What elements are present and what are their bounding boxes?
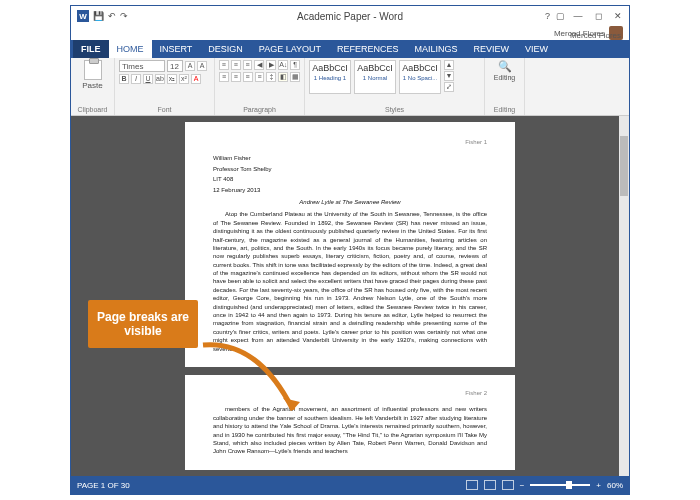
numbering-icon[interactable]: ≡ [231,60,241,70]
doc-date: 12 February 2013 [213,186,487,194]
indent-inc-icon[interactable]: ▶ [266,60,276,70]
bold-button[interactable]: B [119,74,129,84]
document-area[interactable]: Fisher 1 William Fisher Professor Tom Sh… [71,116,629,476]
grow-font-icon[interactable]: A [185,61,195,71]
indent-dec-icon[interactable]: ◀ [254,60,264,70]
doc-title: Andrew Lytle at The Sewanee Review [213,198,487,206]
web-layout-icon[interactable] [502,480,514,490]
zoom-slider[interactable] [530,484,590,486]
line-spacing-icon[interactable]: ‡ [266,72,276,82]
tab-file[interactable]: FILE [73,40,109,58]
doc-course: LIT 408 [213,175,487,183]
statusbar: PAGE 1 OF 30 − + 60% [71,476,629,494]
find-icon[interactable]: 🔍 [498,60,512,73]
doc-professor: Professor Tom Shelby [213,165,487,173]
tab-design[interactable]: DESIGN [200,40,251,58]
style-normal[interactable]: AaBbCcI 1 Normal [354,60,396,94]
editing-group-label: Editing [489,106,520,113]
multilevel-icon[interactable]: ≡ [243,60,253,70]
shading-icon[interactable]: ◧ [278,72,288,82]
qat-undo-icon[interactable]: ↶ [108,11,116,21]
tab-references[interactable]: REFERENCES [329,40,407,58]
close-button[interactable]: ✕ [611,11,625,21]
user-name[interactable]: Merced Flores [570,31,621,40]
page1-header: Fisher 1 [213,138,487,146]
ribbon: Paste Clipboard Times 12 A A B I U ab x₂… [71,58,629,116]
zoom-thumb[interactable] [566,481,572,489]
styles-down-icon[interactable]: ▼ [444,71,454,81]
font-group-label: Font [119,106,210,113]
sup-button[interactable]: x² [179,74,189,84]
annotation-arrow-icon [198,330,318,440]
ribbon-options-icon[interactable]: ▢ [556,11,565,21]
minimize-button[interactable]: — [571,11,585,21]
borders-icon[interactable]: ▦ [290,72,300,82]
clipboard-group: Paste Clipboard [71,58,115,115]
justify-icon[interactable]: ≡ [255,72,265,82]
italic-button[interactable]: I [131,74,141,84]
font-color-button[interactable]: A [191,74,201,84]
tab-page-layout[interactable]: PAGE LAYOUT [251,40,329,58]
bullets-icon[interactable]: ≡ [219,60,229,70]
tab-mailings[interactable]: MAILINGS [407,40,466,58]
titlebar: W 💾 ↶ ↷ Academic Paper - Word ? ▢ — ◻ ✕ … [71,6,629,26]
paragraph-group-label: Paragraph [219,106,300,113]
scrollbar-thumb[interactable] [620,136,628,196]
tab-home[interactable]: HOME [109,40,152,58]
editing-group: 🔍 Editing Editing [485,58,525,115]
word-window: W 💾 ↶ ↷ Academic Paper - Word ? ▢ — ◻ ✕ … [70,5,630,495]
paste-button[interactable]: Paste [75,60,110,90]
page-indicator[interactable]: PAGE 1 OF 30 [77,481,130,490]
underline-button[interactable]: U [143,74,153,84]
read-mode-icon[interactable] [466,480,478,490]
tab-view[interactable]: VIEW [517,40,556,58]
align-left-icon[interactable]: ≡ [219,72,229,82]
vertical-scrollbar[interactable] [619,116,629,476]
shrink-font-icon[interactable]: A [197,61,207,71]
sub-button[interactable]: x₂ [167,74,177,84]
qat-redo-icon[interactable]: ↷ [120,11,128,21]
ribbon-tabs: FILE HOME INSERT DESIGN PAGE LAYOUT REFE… [71,40,629,58]
clipboard-icon [84,60,102,80]
style-heading1[interactable]: AaBbCcI 1 Heading 1 [309,60,351,94]
zoom-out-button[interactable]: − [520,481,525,490]
help-icon[interactable]: ? [545,11,550,21]
qat-save-icon[interactable]: 💾 [93,11,104,21]
align-center-icon[interactable]: ≡ [231,72,241,82]
tab-review[interactable]: REVIEW [466,40,518,58]
paragraph-group: ≡ ≡ ≡ ◀ ▶ A↓ ¶ ≡ ≡ ≡ ≡ ‡ ◧ ▦ P [215,58,305,115]
zoom-level[interactable]: 60% [607,481,623,490]
zoom-in-button[interactable]: + [596,481,601,490]
styles-group-label: Styles [309,106,480,113]
doc-author: William Fisher [213,154,487,162]
style-no-spacing[interactable]: AaBbCcI 1 No Spaci... [399,60,441,94]
tab-insert[interactable]: INSERT [152,40,201,58]
sort-icon[interactable]: A↓ [278,60,288,70]
styles-up-icon[interactable]: ▲ [444,60,454,70]
paste-label: Paste [82,81,102,90]
styles-group: AaBbCcI 1 Heading 1 AaBbCcI 1 Normal AaB… [305,58,485,115]
clipboard-group-label: Clipboard [75,106,110,113]
font-group: Times 12 A A B I U ab x₂ x² A Font [115,58,215,115]
editing-label: Editing [494,74,515,81]
font-size-select[interactable]: 12 [167,60,183,72]
align-right-icon[interactable]: ≡ [243,72,253,82]
font-name-select[interactable]: Times [119,60,165,72]
word-app-icon: W [77,10,89,22]
print-layout-icon[interactable] [484,480,496,490]
strike-button[interactable]: ab [155,74,165,84]
maximize-button[interactable]: ◻ [591,11,605,21]
styles-more-icon[interactable]: ⤢ [444,82,454,92]
annotation-callout: Page breaks are visible [88,300,198,348]
pilcrow-icon[interactable]: ¶ [290,60,300,70]
